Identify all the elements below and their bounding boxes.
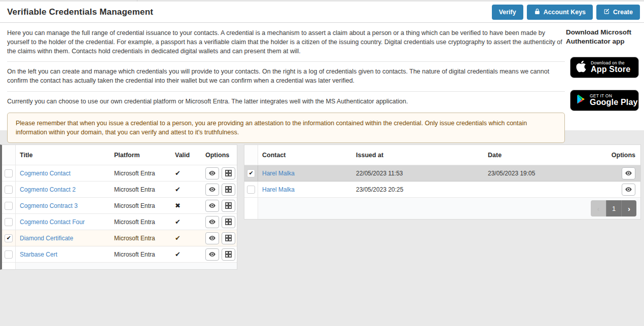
grid-icon [225, 186, 232, 193]
sidebar-heading: Download Microsoft Authenticator app [566, 28, 641, 46]
claims-grid-button[interactable] [222, 200, 235, 212]
valid-check-icon: ✔ [175, 169, 181, 177]
view-credential-button[interactable] [205, 167, 219, 179]
pagination-page-1-button[interactable]: 1 [606, 200, 621, 216]
contact-link[interactable]: Harel Malka [262, 170, 295, 177]
authenticator-sidebar: Download Microsoft Authenticator app Dow… [566, 28, 641, 123]
valid-check-icon: ✔ [175, 186, 181, 193]
date-value: 23/05/2023 19:05 [484, 165, 609, 181]
grid-icon [225, 234, 232, 242]
google-play-badge-text: GET IT ON Google Play [590, 94, 638, 107]
col-header-contact: Contact [258, 145, 352, 165]
app-store-badge[interactable]: Download on the App Store [570, 57, 639, 78]
google-play-badge[interactable]: GET IT ON Google Play [570, 90, 639, 111]
row-checkbox[interactable] [5, 250, 13, 259]
header-checkbox-cell [244, 145, 258, 165]
intro-paragraph-1: Here you can manage the full range of cr… [7, 29, 565, 56]
credential-row-selected: ✔ Diamond Certificate Microsoft Entra ✔ [2, 230, 237, 246]
eye-icon [208, 250, 216, 258]
account-keys-button[interactable]: Account Keys [527, 5, 593, 20]
row-checkbox-checked[interactable]: ✔ [5, 234, 13, 242]
claims-grid-button[interactable] [222, 167, 235, 179]
google-play-badge-line2: Google Play [590, 98, 638, 107]
credential-platform: Microsoft Entra [110, 198, 171, 213]
claims-grid-button[interactable] [222, 216, 235, 228]
divider [7, 91, 565, 92]
col-header-date: Date [484, 145, 609, 165]
valid-check-icon: ✔ [175, 250, 181, 258]
warning-message: Please remember that when you issue a cr… [7, 113, 565, 143]
top-divider-notch [137, 0, 137, 2]
eye-icon [625, 169, 632, 177]
log-table-header: Contact Issued at Date Options [244, 145, 640, 165]
claims-grid-button[interactable] [222, 184, 235, 196]
view-credential-button[interactable] [205, 248, 219, 261]
create-button[interactable]: Create [596, 5, 640, 20]
log-row-selected: ✔ Harel Malka 22/05/2023 11:53 23/05/202… [244, 165, 640, 182]
log-table-footer: ‹ 1 › [244, 198, 640, 219]
col-header-title: Title [16, 145, 110, 165]
lock-icon [534, 8, 541, 16]
verify-button[interactable]: Verify [492, 5, 523, 20]
tables-section: Title Platform Valid Options Cogmento Co… [0, 130, 644, 270]
app-store-badge-text: Download on the App Store [591, 61, 630, 74]
credential-title-link[interactable]: Diamond Certificate [20, 235, 73, 242]
credential-title-link[interactable]: Cogmento Contact 2 [20, 186, 76, 193]
credential-title-link[interactable]: Cogmento Contact [20, 170, 70, 177]
claims-grid-button[interactable] [222, 248, 235, 261]
view-credential-button[interactable] [205, 184, 219, 196]
pagination-next-button[interactable]: › [621, 200, 636, 216]
view-credential-button[interactable] [205, 200, 219, 212]
grid-icon [225, 202, 232, 209]
create-button-label: Create [613, 9, 633, 16]
issuance-log-table: Contact Issued at Date Options ✔ Harel M… [244, 144, 641, 220]
grid-icon [225, 169, 232, 177]
contact-link[interactable]: Harel Malka [262, 186, 295, 193]
row-checkbox-checked[interactable]: ✔ [247, 169, 255, 177]
intro-section: Here you can manage the full range of cr… [0, 23, 644, 130]
account-keys-button-label: Account Keys [544, 9, 586, 16]
eye-icon [208, 169, 216, 177]
credentials-table: Title Platform Valid Options Cogmento Co… [0, 144, 237, 270]
credential-row: Cogmento Contact Microsoft Entra ✔ [2, 165, 237, 182]
view-credential-button[interactable] [205, 232, 219, 244]
credential-row: Cogmento Contact Four Microsoft Entra ✔ [2, 214, 237, 230]
intro-paragraph-2: On the left you can create and manage wh… [7, 67, 565, 86]
credential-title-link[interactable]: Starbase Cert [20, 251, 57, 258]
row-checkbox[interactable] [5, 218, 13, 226]
view-credential-button[interactable] [205, 216, 219, 228]
edit-icon [603, 8, 610, 16]
row-checkbox[interactable] [5, 202, 13, 210]
credential-title-link[interactable]: Cogmento Contract 3 [20, 202, 78, 209]
eye-icon [208, 186, 216, 193]
row-checkbox[interactable] [247, 186, 255, 194]
pagination-prev-button[interactable]: ‹ [591, 200, 606, 216]
issued-at-value: 22/05/2023 11:53 [352, 165, 484, 181]
row-checkbox[interactable] [5, 186, 13, 194]
view-log-button[interactable] [622, 167, 635, 179]
claims-grid-button[interactable] [222, 232, 235, 244]
credential-row: Cogmento Contract 3 Microsoft Entra ✖ [2, 198, 237, 214]
row-checkbox[interactable] [5, 169, 13, 177]
credential-platform: Microsoft Entra [110, 165, 171, 181]
intro-text-column: Here you can manage the full range of cr… [7, 29, 565, 143]
credential-title-link[interactable]: Cogmento Contact Four [20, 219, 85, 226]
credential-platform: Microsoft Entra [110, 214, 171, 230]
credential-row: Cogmento Contact 2 Microsoft Entra ✔ [2, 182, 237, 198]
app-store-badge-line2: App Store [591, 65, 630, 74]
col-header-platform: Platform [110, 145, 171, 165]
grid-icon [225, 250, 232, 258]
page-header: Verifiable Credentials Management Verify… [0, 2, 644, 23]
header-actions: Verify Account Keys Create [492, 5, 640, 20]
col-header-options: Options [609, 145, 640, 165]
credential-platform: Microsoft Entra [110, 246, 171, 262]
col-header-options: Options [201, 145, 237, 165]
eye-icon [208, 234, 216, 242]
divider [7, 61, 565, 62]
eye-icon [208, 202, 216, 209]
header-checkbox-cell [2, 145, 16, 165]
grid-icon [225, 218, 232, 226]
intro-paragraph-3: Currently you can choose to use our own … [7, 97, 565, 106]
verify-button-label: Verify [499, 9, 516, 16]
view-log-button[interactable] [622, 184, 635, 196]
